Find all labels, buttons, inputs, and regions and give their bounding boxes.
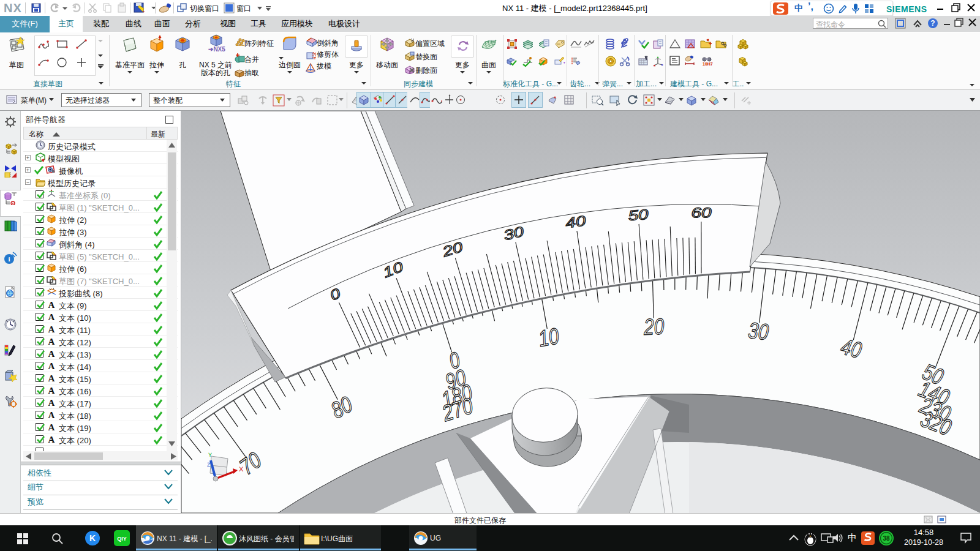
svg-text:50: 50 — [628, 206, 649, 223]
svg-text:40: 40 — [564, 212, 587, 231]
svg-text:A: A — [48, 349, 55, 358]
svg-text:A: A — [48, 386, 55, 395]
svg-text:60: 60 — [691, 204, 711, 220]
svg-text:A: A — [48, 435, 55, 444]
svg-text:➔NX5: ➔NX5 — [208, 46, 225, 53]
svg-text:38: 38 — [883, 535, 890, 542]
svg-text:30: 30 — [747, 318, 770, 345]
svg-text:A: A — [48, 398, 55, 407]
svg-text:i: i — [8, 255, 10, 263]
svg-text:A: A — [48, 410, 55, 419]
svg-text:?: ? — [930, 19, 935, 28]
svg-text:10H7: 10H7 — [703, 62, 713, 66]
svg-text:A: A — [48, 300, 55, 309]
svg-text:K: K — [89, 533, 96, 543]
svg-text:20: 20 — [643, 314, 665, 340]
svg-text:X: X — [239, 466, 244, 473]
svg-text:QIY: QIY — [117, 536, 127, 542]
svg-text:A: A — [48, 312, 55, 321]
svg-text:Y: Y — [208, 452, 212, 458]
svg-text:Z: Z — [207, 462, 211, 468]
svg-text:A: A — [48, 337, 55, 346]
svg-text:A: A — [48, 422, 55, 432]
svg-text:A: A — [48, 373, 55, 383]
svg-text:A: A — [48, 361, 55, 370]
svg-text:A: A — [48, 324, 55, 334]
